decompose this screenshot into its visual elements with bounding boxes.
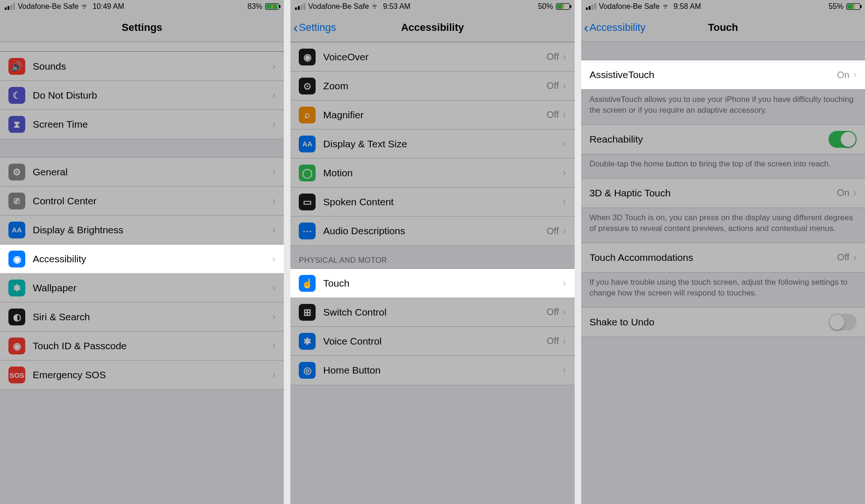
chevron-left-icon: ‹	[293, 21, 298, 35]
screen-touch: Vodafone-Be Safe ᯤ 9:58 AM 55% ⚡ ‹Access…	[581, 0, 865, 504]
row-label: Sounds	[33, 61, 272, 72]
chevron-right-icon: ›	[272, 369, 275, 381]
row-label: Touch ID & Passcode	[33, 340, 272, 352]
row-value: Off	[547, 51, 559, 62]
home-icon: ◎	[299, 362, 316, 379]
settings-row-voiceover[interactable]: ◉VoiceOverOff›	[290, 43, 574, 72]
settings-row-emergency-sos[interactable]: SOSEmergency SOS›	[0, 360, 284, 389]
row-label: Home Button	[323, 365, 562, 376]
settings-row-motion[interactable]: ◯Motion›	[290, 158, 574, 187]
chevron-right-icon: ›	[562, 51, 566, 63]
finger-icon: ◉	[8, 338, 25, 354]
screen-accessibility: Vodafone-Be Safe ᯤ 9:53 AM 50% ⚡ ‹Settin…	[290, 0, 574, 504]
row-label: Emergency SOS	[33, 369, 272, 381]
settings-row-reachability[interactable]: Reachability	[581, 125, 865, 154]
row-label: Magnifier	[323, 109, 547, 121]
chevron-right-icon: ›	[272, 195, 275, 207]
access-icon: ◉	[8, 251, 25, 267]
settings-row-shake-to-undo[interactable]: Shake to Undo	[581, 308, 865, 337]
settings-row-zoom[interactable]: ⊙ZoomOff›	[290, 72, 574, 101]
battery-icon: ⚡	[846, 3, 860, 10]
touch-icon: ☝	[299, 275, 316, 292]
settings-row-general[interactable]: ⚙General›	[0, 158, 284, 187]
row-label: Audio Descriptions	[323, 225, 547, 237]
row-label: Zoom	[323, 80, 547, 92]
chevron-right-icon: ›	[272, 282, 275, 294]
settings-row-siri-search[interactable]: ◐Siri & Search›	[0, 302, 284, 331]
settings-row-audio-descriptions[interactable]: ⋯Audio DescriptionsOff›	[290, 216, 574, 245]
settings-row-switch-control[interactable]: ⊞Switch ControlOff›	[290, 298, 574, 327]
battery-pct: 50%	[538, 2, 553, 11]
zoom-icon: ⊙	[299, 78, 316, 94]
spoken-icon: ▭	[299, 194, 316, 210]
chevron-right-icon: ›	[272, 89, 275, 101]
nav-bar: ‹Settings Accessibility	[290, 13, 574, 42]
settings-row-3d-haptic-touch[interactable]: 3D & Haptic TouchOn›	[581, 179, 865, 208]
signal-icon	[586, 3, 596, 10]
settings-row-wallpaper[interactable]: ✱Wallpaper›	[0, 274, 284, 302]
toggle-switch[interactable]	[829, 314, 857, 331]
nav-back-button[interactable]: ‹Settings	[293, 21, 336, 35]
time-text: 9:58 AM	[674, 2, 701, 11]
row-label: Wallpaper	[33, 282, 272, 294]
chevron-left-icon: ‹	[584, 21, 589, 35]
settings-row-sounds[interactable]: 🔊Sounds›	[0, 52, 284, 81]
battery-pct: 55%	[829, 2, 843, 11]
aa-icon: AA	[8, 222, 25, 238]
nav-back-button[interactable]: ‹Accessibility	[584, 21, 646, 35]
time-text: 10:49 AM	[93, 2, 124, 11]
row-label: Reachability	[590, 134, 829, 145]
wifi-icon: ᯤ	[663, 2, 671, 12]
audiodesc-icon: ⋯	[299, 223, 316, 239]
settings-row-accessibility[interactable]: ◉Accessibility›	[0, 245, 284, 274]
row-value: Off	[547, 109, 559, 120]
settings-row-control-center[interactable]: ⎚Control Center›	[0, 187, 284, 216]
status-bar: Vodafone-Be Safe ᯤ 9:53 AM 50% ⚡	[290, 0, 574, 13]
row-label: Shake to Undo	[590, 317, 829, 328]
settings-row-touch-accommodations[interactable]: Touch AccommodationsOff›	[581, 243, 865, 272]
chevron-right-icon: ›	[853, 69, 857, 81]
battery-pct: 83%	[247, 2, 262, 11]
carrier-text: Vodafone-Be Safe	[599, 2, 660, 11]
motion-icon: ◯	[299, 165, 316, 181]
settings-row-voice-control[interactable]: ✱Voice ControlOff›	[290, 327, 574, 356]
row-label: Voice Control	[323, 336, 547, 347]
row-value: Off	[547, 80, 559, 91]
settings-row-display-text-size[interactable]: AADisplay & Text Size›	[290, 130, 574, 158]
settings-row-touch[interactable]: ☝Touch›	[290, 269, 574, 298]
switch-icon: ⊞	[299, 304, 316, 321]
row-label: Control Center	[33, 195, 272, 207]
row-label: Motion	[323, 167, 562, 179]
row-value: On	[837, 187, 850, 198]
row-value: Off	[837, 252, 849, 263]
settings-row-spoken-content[interactable]: ▭Spoken Content›	[290, 187, 574, 216]
sos-icon: SOS	[8, 367, 25, 383]
settings-row-touch-id-passcode[interactable]: ◉Touch ID & Passcode›	[0, 331, 284, 360]
row-label: 3D & Haptic Touch	[590, 187, 837, 199]
row-label: Siri & Search	[33, 311, 272, 323]
magnifier-icon: ⌕	[299, 107, 316, 123]
settings-row-assistivetouch[interactable]: AssistiveTouchOn›	[581, 60, 865, 89]
row-value: Off	[547, 336, 559, 346]
chevron-right-icon: ›	[562, 196, 566, 208]
row-label: AssistiveTouch	[590, 69, 837, 80]
chevron-right-icon: ›	[562, 277, 566, 289]
row-value: Off	[547, 226, 559, 237]
screen-settings: Vodafone-Be Safe ᯤ 10:49 AM 83% ⚡ Settin…	[0, 0, 284, 504]
row-label: Accessibility	[33, 253, 272, 265]
settings-row-do-not-disturb[interactable]: ☾Do Not Disturb›	[0, 81, 284, 110]
nav-title: Accessibility	[401, 22, 464, 34]
toggle-switch[interactable]	[829, 131, 857, 148]
time-text: 9:53 AM	[383, 2, 411, 11]
row-value: Off	[547, 307, 559, 317]
row-label: Switch Control	[323, 307, 547, 318]
aa-icon: AA	[299, 136, 316, 152]
settings-row-magnifier[interactable]: ⌕MagnifierOff›	[290, 101, 574, 130]
status-bar: Vodafone-Be Safe ᯤ 9:58 AM 55% ⚡	[581, 0, 865, 13]
nav-bar: ‹Accessibility Touch	[581, 13, 865, 42]
settings-row-home-button[interactable]: ◎Home Button›	[290, 356, 574, 385]
settings-row-screen-time[interactable]: ⧗Screen Time›	[0, 110, 284, 139]
settings-row-display-brightness[interactable]: AADisplay & Brightness›	[0, 216, 284, 245]
partial-row	[0, 42, 284, 51]
chevron-right-icon: ›	[853, 187, 857, 199]
